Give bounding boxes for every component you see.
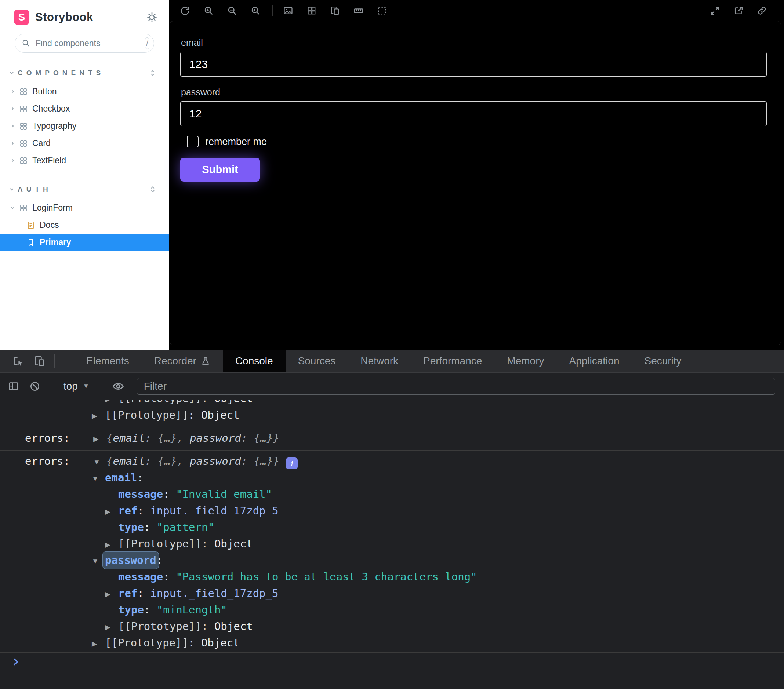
disclosure-triangle-icon[interactable]: ▶ [105,619,118,635]
disclosure-triangle-icon[interactable]: ▼ [92,470,105,487]
disclosure-triangle-icon[interactable]: ▶ [92,408,105,424]
chevron-right-icon[interactable] [8,123,17,129]
preview-pane: email password remember me Submit [169,0,784,350]
console-token: Object [214,400,253,405]
disclosure-triangle-icon[interactable]: ▶ [105,586,118,602]
live-expression-eye-icon[interactable] [112,380,124,393]
submit-button[interactable]: Submit [180,158,260,182]
sidebar-item-textfield[interactable]: TextField [0,152,169,169]
console-token: : {…}, [145,455,190,467]
tab-label: Security [644,355,681,367]
console-row: errors:▼{email: {…}, password: {…}}i [0,453,784,470]
search-input[interactable] [35,38,145,49]
open-in-new-tab-icon[interactable] [730,3,746,19]
zoom-in-icon[interactable] [200,3,217,19]
console-token: : [144,521,157,533]
console-token: input._field_17zdp_5 [150,505,278,517]
console-token: : {…}, [145,432,190,444]
tab-memory[interactable]: Memory [494,350,557,372]
disclosure-triangle-icon[interactable]: ▶ [92,635,105,652]
tab-recorder[interactable]: Recorder [142,350,223,372]
password-label: password [181,87,781,98]
sidebar-item-primary[interactable]: Primary [0,234,169,251]
section-header-auth[interactable]: AUTH [0,184,169,195]
storybook-logo-icon: S [14,10,30,25]
device-toolbar-icon[interactable] [31,353,48,370]
context-selector[interactable]: top ▼ [64,380,89,392]
chevron-down-icon[interactable] [8,205,17,210]
fullscreen-icon[interactable] [707,3,723,19]
tab-label: Network [361,355,398,367]
tab-network[interactable]: Network [348,350,411,372]
chevron-right-icon[interactable] [8,140,17,146]
console-token: { [107,455,113,467]
console-token: email [113,455,145,467]
console-token: password [190,455,241,467]
console-token: [[Prototype]]: [118,400,214,405]
zoom-out-icon[interactable] [224,3,240,19]
sidebar-item-label: Card [32,138,51,148]
disclosure-triangle-icon[interactable]: ▼ [92,553,105,569]
console-row: errors:▶{email: {…}, password: {…}} [0,430,784,447]
console-log-label: errors: [25,453,93,470]
brand-title: Storybook [35,11,93,24]
console-token: [[Prototype]]: [105,636,201,649]
sidebar-item-docs[interactable]: Docs [0,217,169,234]
measure-icon[interactable] [351,3,367,19]
component-icon [19,87,28,96]
chevron-right-icon[interactable] [8,106,17,112]
tab-sources[interactable]: Sources [285,350,348,372]
tab-elements[interactable]: Elements [74,350,142,372]
settings-gear-icon[interactable] [146,12,158,23]
section-header-components[interactable]: COMPONENTS [0,67,169,79]
chevron-right-icon[interactable] [8,89,17,94]
console-token: type [118,521,144,533]
console-sidebar-icon[interactable] [5,378,22,395]
console-filter-input[interactable] [137,378,775,395]
password-field[interactable] [180,101,767,126]
sidebar-item-label: Checkbox [32,104,70,114]
sidebar-item-loginform[interactable]: LoginForm [0,199,169,217]
collapse-all-icon[interactable] [148,69,157,77]
tab-console[interactable]: Console [223,350,285,372]
clear-console-icon[interactable] [26,378,43,395]
console-token: Object [201,636,240,649]
disclosure-triangle-icon[interactable]: ▶ [105,536,118,553]
sidebar-item-card[interactable]: Card [0,135,169,152]
background-icon[interactable] [280,3,296,19]
disclosure-triangle-icon[interactable]: ▼ [93,454,107,470]
console-token: Object [201,409,240,421]
disclosure-triangle-icon[interactable]: ▶ [93,431,107,447]
remember-me-checkbox[interactable] [187,136,199,148]
console-token: [[Prototype]]: [118,538,214,550]
console-token: "Password has to be at least 3 character… [176,571,477,583]
console-token: : [137,587,150,600]
outline-icon[interactable] [374,3,390,19]
console-prompt[interactable] [0,652,784,689]
info-icon[interactable]: i [286,457,298,469]
copy-link-icon[interactable] [754,3,770,19]
email-field[interactable] [180,52,767,77]
sidebar-item-checkbox[interactable]: Checkbox [0,100,169,117]
zoom-reset-icon[interactable] [247,3,264,19]
viewport-icon[interactable] [327,3,343,19]
component-search[interactable]: / [15,34,154,53]
tab-label: Sources [298,355,336,367]
inspect-element-icon[interactable] [10,353,26,370]
remember-me-label: remember me [205,136,267,148]
tab-label: Console [235,355,273,367]
collapse-all-icon[interactable] [148,185,157,194]
tab-application[interactable]: Application [557,350,632,372]
chevron-down-icon: ▼ [83,383,89,390]
disclosure-triangle-icon[interactable]: ▶ [105,503,118,520]
sidebar-item-label: Button [32,87,57,97]
remount-refresh-icon[interactable] [177,3,193,19]
chevron-right-icon[interactable] [8,158,17,163]
sidebar-item-button[interactable]: Button [0,83,169,100]
sidebar-item-label: LoginForm [32,203,72,213]
sidebar-item-typography[interactable]: Typography [0,117,169,135]
disclosure-triangle-icon[interactable]: ▶ [105,400,118,408]
tab-security[interactable]: Security [632,350,694,372]
tab-performance[interactable]: Performance [411,350,494,372]
grid-icon[interactable] [303,3,320,19]
